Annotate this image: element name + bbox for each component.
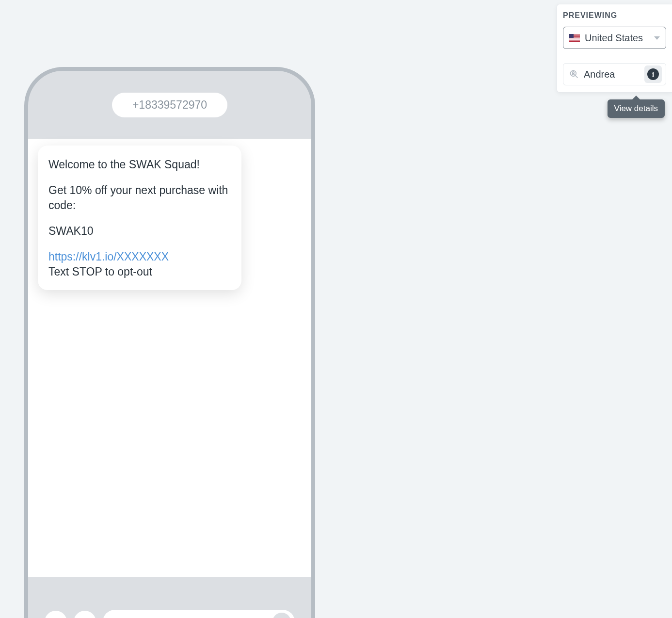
profile-selector[interactable]: Andrea i View details bbox=[563, 63, 666, 85]
svg-point-10 bbox=[573, 72, 575, 74]
profile-name: Andrea bbox=[584, 69, 615, 80]
nav-dot-2 bbox=[74, 611, 96, 618]
svg-line-9 bbox=[576, 76, 578, 78]
view-details-tooltip: View details bbox=[608, 99, 665, 118]
nav-input-bar bbox=[103, 610, 295, 618]
preview-heading: PREVIEWING bbox=[563, 11, 666, 20]
phone-bottom-nav bbox=[28, 599, 311, 618]
svg-rect-7 bbox=[569, 34, 574, 38]
phone-header: +18339572970 bbox=[28, 71, 311, 139]
svg-rect-5 bbox=[569, 39, 580, 40]
sms-line-offer: Get 10% off your next purchase with code… bbox=[48, 183, 231, 213]
sms-coupon-code: SWAK10 bbox=[48, 224, 231, 239]
chevron-down-icon bbox=[654, 36, 660, 40]
sms-optout: Text STOP to opt-out bbox=[48, 264, 231, 279]
phone-body: Welcome to the SWAK Squad! Get 10% off y… bbox=[28, 139, 311, 577]
phone-mockup: +18339572970 Welcome to the SWAK Squad! … bbox=[24, 67, 315, 618]
search-person-icon bbox=[569, 69, 579, 79]
sms-line-welcome: Welcome to the SWAK Squad! bbox=[48, 157, 231, 172]
view-details-button[interactable]: i bbox=[644, 65, 662, 83]
country-dropdown[interactable]: United States bbox=[563, 27, 666, 49]
sms-sender-number: +18339572970 bbox=[112, 93, 227, 117]
svg-rect-6 bbox=[569, 41, 580, 41]
preview-panel: PREVIEWING United States Andrea bbox=[557, 4, 672, 93]
us-flag-icon bbox=[569, 34, 580, 42]
info-icon: i bbox=[647, 68, 659, 80]
svg-rect-4 bbox=[569, 38, 580, 39]
nav-dot-1 bbox=[45, 611, 67, 618]
sms-message-bubble: Welcome to the SWAK Squad! Get 10% off y… bbox=[38, 146, 241, 290]
panel-divider bbox=[557, 56, 672, 56]
sms-link[interactable]: https://klv1.io/XXXXXXX bbox=[48, 250, 169, 263]
country-dropdown-label: United States bbox=[585, 33, 643, 44]
